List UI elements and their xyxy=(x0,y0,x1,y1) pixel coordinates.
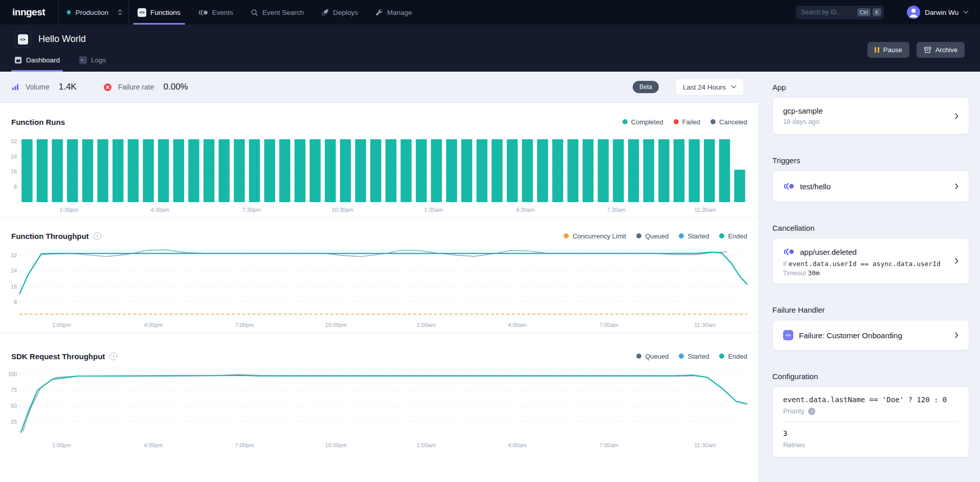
legend-dot xyxy=(636,233,641,238)
failure-handler-name: Failure: Customer Onboarding xyxy=(799,331,902,340)
legend-item[interactable]: Canceled xyxy=(710,118,747,126)
failure-rate-label: Failure rate xyxy=(118,83,154,91)
app-heading: App xyxy=(772,83,969,92)
cancellation-heading: Cancellation xyxy=(772,224,969,233)
chart-legend: Concurrency LimitQueuedStartedEnded xyxy=(564,232,747,240)
legend-dot xyxy=(622,119,628,124)
function-header: <> Hello World Dashboard >_ Logs Pause xyxy=(0,25,980,72)
chevron-right-icon xyxy=(952,331,961,339)
search-icon xyxy=(251,9,258,16)
avatar xyxy=(907,6,920,19)
retries-label: Retries xyxy=(783,441,959,449)
legend-item[interactable]: Queued xyxy=(636,232,669,240)
function-badge-icon: <> xyxy=(783,330,793,340)
cancellation-card[interactable]: app/user.deleted If event.data.userId ==… xyxy=(772,238,969,284)
archive-icon xyxy=(924,46,931,54)
nav-functions[interactable]: <> Functions xyxy=(129,0,189,25)
chart-title: Function Throughput xyxy=(11,232,89,240)
priority-label: Priority i xyxy=(783,407,959,415)
retries-value: 3 xyxy=(783,429,959,439)
legend-dot xyxy=(710,119,716,124)
charts-panel: Function Runs CompletedFailedCanceled 81… xyxy=(0,102,759,482)
x-axis-labels: 1:30pm4:30pm7:30pm10:30pm1:30am4:30am7:3… xyxy=(19,202,747,217)
configuration-card: event.data.lastName == 'Doe' ? 120 : 0 P… xyxy=(772,386,969,457)
top-nav: inngest Production <> Functions Events xyxy=(0,0,980,25)
configuration-heading: Configuration xyxy=(772,372,969,381)
terminal-icon: >_ xyxy=(79,56,87,64)
legend-item[interactable]: Concurrency Limit xyxy=(564,232,626,240)
inngest-logo[interactable]: inngest xyxy=(0,0,58,25)
nav-deploys[interactable]: Deploys xyxy=(313,0,367,25)
x-axis-labels: 1:00pm4:00pm7:00pm10:00pm1:00am4:00am7:0… xyxy=(19,437,747,453)
shortcut-k-badge: K xyxy=(873,8,881,17)
chevron-down-icon xyxy=(963,10,969,14)
volume-label: Volume xyxy=(26,83,50,91)
nav-events[interactable]: Events xyxy=(189,0,242,25)
legend-item[interactable]: Started xyxy=(679,353,709,360)
chevron-down-icon xyxy=(731,85,737,89)
trigger-name: test/hello xyxy=(800,182,831,191)
search-input[interactable] xyxy=(801,9,855,16)
environment-label: Production xyxy=(75,9,108,16)
page-title: Hello World xyxy=(38,34,86,45)
legend-item[interactable]: Ended xyxy=(719,232,747,240)
triggers-heading: Triggers xyxy=(772,156,969,165)
archive-button[interactable]: Archive xyxy=(917,42,965,58)
info-icon[interactable]: i xyxy=(94,232,101,240)
x-axis-labels: 1:00pm4:00pm7:00pm10:00pm1:00am4:00am7:0… xyxy=(19,317,747,333)
line-plot xyxy=(19,368,747,437)
legend-dot xyxy=(719,233,724,238)
environment-selector[interactable]: Production xyxy=(59,0,128,25)
stats-bar: Volume 1.4K Failure rate 0.00% Beta Last… xyxy=(0,72,759,102)
volume-icon xyxy=(11,83,19,91)
y-axis-labels: 8162432 xyxy=(6,248,19,317)
info-icon[interactable]: i xyxy=(109,353,117,360)
time-range-select[interactable]: Last 24 Hours xyxy=(675,78,744,96)
legend-item[interactable]: Ended xyxy=(719,353,747,360)
failure-rate-value: 0.00% xyxy=(164,82,188,92)
cancellation-event: app/user.deleted xyxy=(800,248,857,256)
pause-button[interactable]: Pause xyxy=(867,42,909,58)
legend-item[interactable]: Failed xyxy=(674,118,700,126)
trigger-card[interactable]: test/hello xyxy=(772,170,969,202)
bar-plot xyxy=(19,134,747,202)
chevron-up-down-icon xyxy=(118,9,122,16)
nav-manage[interactable]: Manage xyxy=(367,0,421,25)
failure-handler-heading: Failure Handler xyxy=(772,305,969,315)
beta-badge: Beta xyxy=(633,81,659,93)
priority-expression: event.data.lastName == 'Doe' ? 120 : 0 xyxy=(783,395,959,405)
dashboard-icon xyxy=(14,56,22,64)
event-trigger-icon xyxy=(783,183,794,190)
tab-logs[interactable]: >_ Logs xyxy=(79,56,106,72)
line-plot xyxy=(19,248,747,317)
wrench-icon xyxy=(375,9,383,16)
y-axis-labels: 8162432 xyxy=(6,134,19,202)
failure-rate-icon xyxy=(103,83,112,92)
environment-status-dot xyxy=(67,10,71,14)
chevron-right-icon xyxy=(952,257,961,265)
event-trigger-icon xyxy=(783,248,794,255)
config-divider: 3 Retries xyxy=(783,422,959,449)
nav-event-search[interactable]: Event Search xyxy=(242,0,313,25)
legend-item[interactable]: Queued xyxy=(636,353,669,360)
chart-title: Function Runs xyxy=(11,118,65,126)
chevron-right-icon xyxy=(952,112,961,120)
shortcut-ctrl-badge: Ctrl xyxy=(857,8,871,17)
function-throughput-chart: Function Throughput i Concurrency LimitQ… xyxy=(0,218,759,333)
legend-item[interactable]: Completed xyxy=(622,118,663,126)
chevron-right-icon xyxy=(952,182,961,190)
legend-item[interactable]: Started xyxy=(679,232,709,240)
cancellation-timeout: Timeout 30m xyxy=(783,269,946,277)
pause-icon xyxy=(875,47,879,53)
legend-dot xyxy=(636,354,641,359)
failure-handler-card[interactable]: <> Failure: Customer Onboarding xyxy=(772,320,969,350)
app-card[interactable]: gcp-sample 18 days ago xyxy=(772,97,969,135)
details-sidebar: App gcp-sample 18 days ago Triggers test… xyxy=(759,72,980,482)
user-menu[interactable]: Darwin Wu xyxy=(896,6,980,19)
info-icon[interactable]: i xyxy=(808,408,815,415)
legend-dot xyxy=(564,233,569,238)
search-box[interactable]: Ctrl K xyxy=(796,6,884,19)
tab-dashboard[interactable]: Dashboard xyxy=(14,56,60,72)
chart-legend: QueuedStartedEnded xyxy=(636,353,747,360)
events-icon xyxy=(198,9,208,16)
